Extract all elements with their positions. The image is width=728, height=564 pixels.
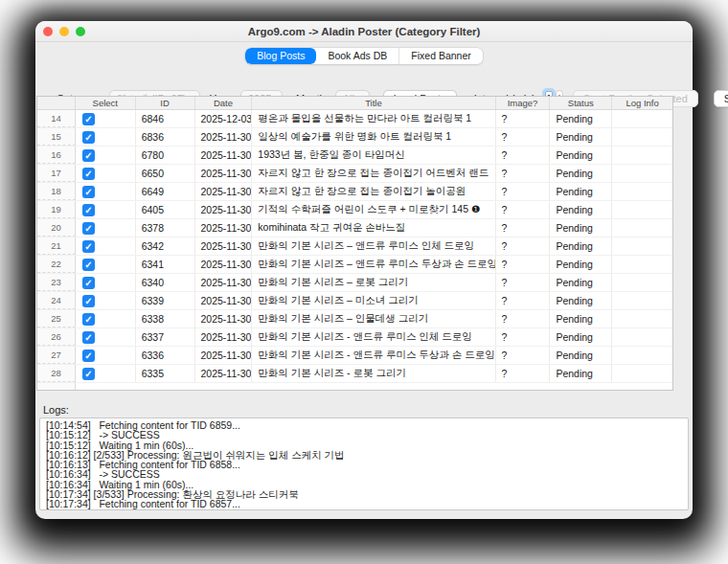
tab-blog-posts[interactable]: Blog Posts [245, 48, 316, 64]
select-cell[interactable]: ✓ [76, 165, 136, 182]
status-cell: Pending [550, 365, 612, 382]
status-cell: Pending [550, 310, 612, 327]
id-cell: 6342 [136, 237, 195, 255]
date-cell: 2025-11-30 ... [195, 128, 253, 146]
row-number: 21 [37, 237, 76, 255]
header-title[interactable]: Title [252, 97, 495, 109]
title-cell: 만화의 기본 시리즈 – 미소녀 그리기 [252, 292, 495, 309]
date-cell: 2025-11-30 ... [195, 147, 253, 164]
select-cell[interactable]: ✓ [76, 328, 136, 346]
table-row[interactable]: 27✓63362025-11-30 ...만화의 기본 시리즈 - 앤드류 루미… [37, 347, 672, 365]
select-cell[interactable]: ✓ [76, 201, 136, 218]
table-body: 14✓68462025-12-03 ...평온과 몰입을 선물하는 만다라 아트… [37, 110, 672, 383]
title-cell: 만화의 기본 시리즈 – 로봇 그리기 [252, 274, 495, 291]
select-cell[interactable]: ✓ [76, 365, 136, 382]
select-cell[interactable]: ✓ [76, 219, 136, 237]
row-checkbox[interactable]: ✓ [82, 204, 95, 216]
id-cell: 6340 [136, 274, 195, 291]
title-cell: 자르지 않고 한 장으로 접는 종이접기 어드벤처 랜드 [252, 165, 495, 182]
status-cell: Pending [550, 183, 612, 200]
row-checkbox[interactable]: ✓ [82, 295, 95, 307]
table-row[interactable]: 26✓63372025-11-30 ...만화의 기본 시리즈 - 앤드류 루미… [37, 328, 672, 347]
image-cell: ? [496, 183, 551, 200]
select-cell[interactable]: ✓ [76, 292, 136, 309]
row-checkbox[interactable]: ✓ [82, 131, 95, 144]
tab-book-ads-db[interactable]: Book Ads DB [316, 48, 399, 64]
table-row[interactable]: 15✓68362025-11-30 ...일상의 예술가를 위한 명화 아트 컬… [37, 128, 672, 147]
date-cell: 2025-11-30 ... [195, 219, 253, 237]
date-cell: 2025-11-30 ... [195, 347, 253, 364]
row-checkbox[interactable]: ✓ [82, 313, 95, 326]
title-bar: Argo9.com -> Aladin Poster (Category Fil… [35, 21, 693, 42]
stop-button[interactable]: Stop [714, 90, 728, 107]
table-row[interactable]: 20✓63782025-11-30 ...komihinata 작고 귀여운 손… [37, 219, 672, 237]
table-row[interactable]: 23✓63402025-11-30 ...만화의 기본 시리즈 – 로봇 그리기… [37, 274, 672, 292]
row-checkbox[interactable]: ✓ [82, 368, 95, 380]
select-cell[interactable]: ✓ [76, 237, 136, 255]
title-cell: 만화의 기본 시리즈 - 로봇 그리기 [252, 365, 495, 382]
status-cell: Pending [550, 274, 612, 291]
row-checkbox[interactable]: ✓ [82, 222, 95, 235]
log-info-cell [612, 110, 672, 127]
row-number: 18 [37, 183, 76, 200]
table-row[interactable]: 14✓68462025-12-03 ...평온과 몰입을 선물하는 만다라 아트… [37, 110, 672, 128]
row-checkbox[interactable]: ✓ [82, 331, 95, 344]
log-info-cell [612, 310, 672, 327]
table-row[interactable]: 24✓63392025-11-30 ...만화의 기본 시리즈 – 미소녀 그리… [37, 292, 672, 310]
table-row[interactable]: 17✓66502025-11-30 ...자르지 않고 한 장으로 접는 종이접… [37, 165, 672, 183]
table-row[interactable]: 21✓63422025-11-30 ...만화의 기본 시리즈 – 앤드류 루미… [37, 237, 672, 256]
row-checkbox[interactable]: ✓ [82, 113, 95, 125]
status-cell: Pending [550, 219, 612, 237]
select-cell[interactable]: ✓ [76, 110, 136, 127]
header-date[interactable]: Date [195, 97, 253, 109]
header-id[interactable]: ID [136, 97, 195, 109]
row-number: 26 [37, 328, 76, 346]
date-cell: 2025-12-03 ... [195, 110, 253, 127]
log-info-cell [612, 274, 672, 291]
table-row[interactable]: 28✓63352025-11-30 ...만화의 기본 시리즈 - 로봇 그리기… [37, 365, 672, 383]
date-cell: 2025-11-30 ... [195, 201, 253, 218]
row-checkbox[interactable]: ✓ [82, 240, 95, 253]
id-cell: 6336 [136, 347, 195, 364]
header-select[interactable]: Select [76, 97, 136, 109]
row-checkbox[interactable]: ✓ [82, 277, 95, 289]
id-cell: 6780 [136, 147, 195, 164]
image-cell: ? [496, 347, 551, 364]
row-checkbox[interactable]: ✓ [82, 350, 95, 362]
status-cell: Pending [550, 201, 612, 218]
image-cell: ? [496, 201, 551, 218]
select-cell[interactable]: ✓ [76, 147, 136, 164]
row-number: 15 [37, 128, 76, 146]
row-checkbox[interactable]: ✓ [82, 168, 95, 180]
select-cell[interactable]: ✓ [76, 256, 136, 273]
header-status[interactable]: Status [550, 97, 612, 109]
header-log-info[interactable]: Log Info [612, 97, 672, 109]
table-row[interactable]: 22✓63412025-11-30 ...만화의 기본 시리즈 – 앤드류 루미… [37, 256, 672, 274]
select-cell[interactable]: ✓ [76, 347, 136, 364]
date-cell: 2025-11-30 ... [195, 292, 253, 309]
title-cell: 기적의 수학퍼즐 어린이 스도쿠 + 미로찾기 145 ❶ [252, 201, 495, 218]
logs-output[interactable]: [10:14:54] Fetching content for TID 6859… [39, 417, 689, 510]
header-image[interactable]: Image? [496, 97, 551, 109]
title-cell: 만화의 기본 시리즈 - 앤드류 루미스 인체 드로잉 [252, 328, 495, 346]
select-cell[interactable]: ✓ [76, 274, 136, 291]
row-checkbox[interactable]: ✓ [82, 186, 95, 198]
table-row[interactable]: 25✓63382025-11-30 ...만화의 기본 시리즈 – 인물데생 그… [37, 310, 672, 328]
tab-fixed-banner[interactable]: Fixed Banner [399, 48, 482, 64]
table-row[interactable]: 16✓67802025-11-30 ...1933년 봄, 한중일 종이 타임머… [37, 147, 672, 165]
table-row[interactable]: 19✓64052025-11-30 ...기적의 수학퍼즐 어린이 스도쿠 + … [37, 201, 672, 219]
log-info-cell [612, 328, 672, 346]
log-info-cell [612, 165, 672, 182]
image-cell: ? [496, 365, 551, 382]
id-cell: 6405 [136, 201, 195, 218]
select-cell[interactable]: ✓ [76, 310, 136, 327]
image-cell: ? [496, 110, 551, 127]
title-cell: 만화의 기본 시리즈 – 인물데생 그리기 [252, 310, 495, 327]
table-row[interactable]: 18✓66492025-11-30 ...자르지 않고 한 장으로 접는 종이접… [37, 183, 672, 201]
row-checkbox[interactable]: ✓ [82, 259, 95, 271]
select-cell[interactable]: ✓ [76, 128, 136, 146]
id-cell: 6339 [136, 292, 195, 309]
row-number: 22 [37, 256, 76, 273]
select-cell[interactable]: ✓ [76, 183, 136, 200]
row-checkbox[interactable]: ✓ [82, 149, 95, 162]
